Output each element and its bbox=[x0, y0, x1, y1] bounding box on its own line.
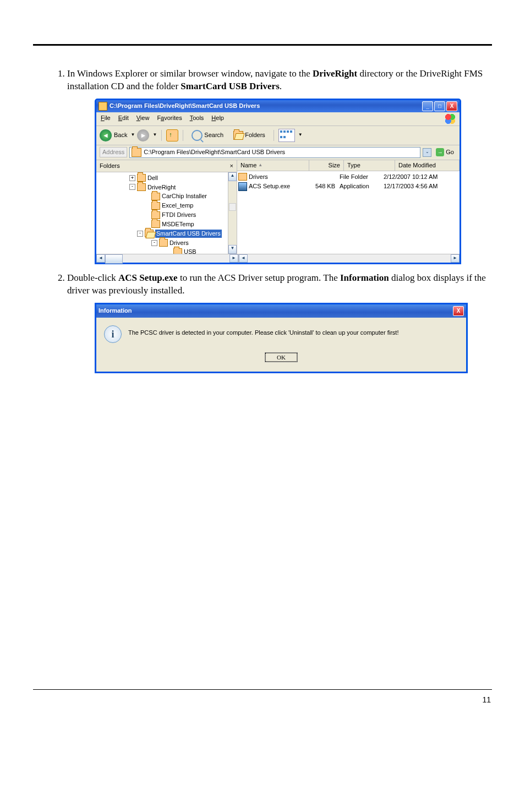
tree-close-button[interactable]: × bbox=[230, 162, 233, 170]
folder-icon bbox=[151, 193, 160, 200]
tree-hscroll[interactable]: ◄► bbox=[96, 254, 239, 263]
file-row[interactable]: ACS Setup.exe548 KBApplication12/17/2003… bbox=[238, 182, 458, 192]
file-name: Drivers bbox=[249, 173, 268, 181]
tree-item[interactable]: +Dell bbox=[96, 173, 237, 183]
expand-icon[interactable]: - bbox=[137, 231, 143, 237]
tree-item[interactable]: Excel_temp bbox=[96, 201, 237, 210]
scroll-up-icon[interactable]: ▲ bbox=[228, 172, 237, 181]
file-list: Name▲ Size Type Date Modified DriversFil… bbox=[237, 160, 460, 254]
folders-label: Folders bbox=[245, 131, 265, 139]
text: Double-click bbox=[67, 273, 118, 283]
go-button[interactable]: →Go bbox=[434, 148, 456, 157]
tree-item[interactable]: -Drivers bbox=[96, 238, 237, 248]
col-name[interactable]: Name▲ bbox=[237, 160, 309, 171]
folder-icon bbox=[151, 220, 160, 228]
dialog-message: The PCSC driver is detected in your comp… bbox=[128, 325, 398, 337]
file-size: 548 KB bbox=[303, 182, 340, 191]
forward-dropdown-icon[interactable]: ▼ bbox=[152, 132, 157, 138]
tree-item[interactable]: MSDETemp bbox=[96, 220, 237, 229]
up-button[interactable] bbox=[166, 129, 178, 141]
menu-file[interactable]: File bbox=[101, 114, 111, 124]
file-type: Application bbox=[340, 182, 384, 191]
tree-item[interactable]: -SmartCard USB Drivers bbox=[96, 229, 237, 238]
window-title: C:\Program Files\DriveRight\SmartCard US… bbox=[110, 102, 422, 110]
file-size bbox=[303, 173, 340, 181]
toolbar: ◄ Back ▼ ► ▼ Search Folders ▼ bbox=[96, 126, 460, 145]
information-dialog: Information X i The PCSC driver is detec… bbox=[95, 303, 468, 373]
expand-icon[interactable]: - bbox=[151, 240, 157, 246]
folder-icon bbox=[151, 202, 160, 210]
text: to run the ACS Driver setup program. The bbox=[178, 273, 340, 283]
tree-item[interactable]: -DriveRight bbox=[96, 183, 237, 192]
folder-icon bbox=[99, 102, 107, 111]
titlebar[interactable]: C:\Program Files\DriveRight\SmartCard US… bbox=[96, 100, 460, 112]
menu-tools[interactable]: Tools bbox=[190, 114, 204, 124]
search-label: Search bbox=[204, 131, 223, 139]
forward-button[interactable]: ► bbox=[137, 129, 149, 141]
sort-asc-icon: ▲ bbox=[258, 162, 262, 168]
folder-icon bbox=[238, 173, 247, 181]
menu-edit[interactable]: Edit bbox=[118, 114, 129, 124]
tree-label: DriveRight bbox=[147, 183, 176, 192]
col-date[interactable]: Date Modified bbox=[395, 160, 460, 171]
expand-icon[interactable]: - bbox=[129, 184, 135, 190]
back-dropdown-icon[interactable]: ▼ bbox=[130, 132, 135, 138]
folder-icon bbox=[137, 174, 146, 182]
go-label: Go bbox=[446, 148, 454, 156]
tree-label: FTDI Drivers bbox=[162, 211, 196, 219]
tree-item[interactable]: FTDI Drivers bbox=[96, 210, 237, 220]
close-button[interactable]: X bbox=[446, 101, 457, 111]
step-2: Double-click ACS Setup.exe to run the AC… bbox=[67, 272, 492, 373]
address-path: C:\Program Files\DriveRight\SmartCard US… bbox=[144, 148, 285, 156]
tree-header: Folders bbox=[100, 162, 120, 170]
scroll-thumb[interactable] bbox=[229, 203, 236, 211]
address-label: Address bbox=[100, 147, 127, 157]
ok-button[interactable]: OK bbox=[265, 353, 297, 362]
app-icon bbox=[238, 182, 247, 191]
tree-item[interactable]: CarChip Installer bbox=[96, 192, 237, 201]
tree-label: USB bbox=[184, 248, 196, 253]
folder-icon bbox=[137, 183, 146, 191]
step-1: In Windows Explorer or similar browser w… bbox=[67, 68, 492, 264]
back-label[interactable]: Back bbox=[114, 131, 127, 139]
text: In Windows Explorer or similar browser w… bbox=[67, 68, 313, 79]
menu-favorites[interactable]: Favorites bbox=[157, 114, 182, 124]
dialog-close-button[interactable]: X bbox=[453, 306, 464, 316]
menu-view[interactable]: View bbox=[136, 114, 150, 124]
file-type: File Folder bbox=[340, 173, 384, 181]
go-icon: → bbox=[436, 148, 444, 156]
page-number: 11 bbox=[33, 695, 492, 704]
back-button[interactable]: ◄ bbox=[100, 129, 112, 141]
address-input[interactable]: C:\Program Files\DriveRight\SmartCard US… bbox=[129, 147, 420, 158]
explorer-window: C:\Program Files\DriveRight\SmartCard US… bbox=[95, 99, 461, 264]
tree-label: MSDETemp bbox=[162, 220, 194, 228]
bold: SmartCard USB Drivers bbox=[181, 81, 279, 91]
tree-scrollbar[interactable]: ▲ ▼ bbox=[228, 172, 237, 254]
folder-icon bbox=[132, 148, 141, 157]
tree-item[interactable]: USB bbox=[96, 247, 237, 253]
address-dropdown[interactable]: ⌄ bbox=[423, 148, 431, 157]
list-hscroll[interactable]: ◄► bbox=[239, 254, 460, 263]
views-dropdown-icon[interactable]: ▼ bbox=[298, 132, 303, 138]
col-type[interactable]: Type bbox=[344, 160, 395, 171]
maximize-button[interactable]: □ bbox=[434, 101, 445, 111]
windows-logo-icon bbox=[445, 114, 455, 124]
file-date: 12/17/2003 4:56 AM bbox=[384, 182, 458, 191]
search-button[interactable]: Search bbox=[188, 128, 227, 143]
addressbar: Address C:\Program Files\DriveRight\Smar… bbox=[96, 145, 460, 160]
file-row[interactable]: DriversFile Folder2/12/2007 10:12 AM bbox=[238, 172, 458, 182]
text: . bbox=[280, 81, 282, 91]
minimize-button[interactable]: _ bbox=[422, 101, 433, 111]
expand-icon[interactable]: + bbox=[129, 175, 135, 181]
info-icon: i bbox=[104, 325, 122, 343]
scroll-down-icon[interactable]: ▼ bbox=[228, 245, 237, 254]
menu-help[interactable]: Help bbox=[211, 114, 224, 124]
file-name: ACS Setup.exe bbox=[249, 182, 290, 190]
views-button[interactable] bbox=[278, 129, 295, 142]
folder-icon bbox=[145, 230, 154, 237]
folder-tree: Folders × +Dell-DriveRightCarChip Instal… bbox=[96, 160, 237, 254]
dialog-titlebar[interactable]: Information X bbox=[96, 304, 466, 318]
folder-icon bbox=[151, 211, 160, 219]
folders-button[interactable]: Folders bbox=[229, 129, 269, 141]
col-size[interactable]: Size bbox=[309, 160, 344, 171]
